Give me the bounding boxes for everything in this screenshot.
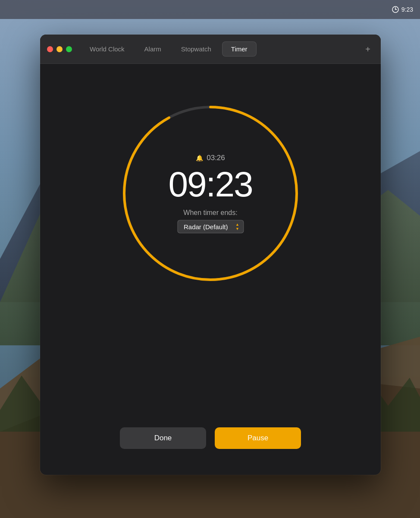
menu-bar: 9:23 bbox=[0, 0, 420, 19]
tab-stopwatch[interactable]: Stopwatch bbox=[172, 41, 220, 57]
tab-bar: World Clock Alarm Stopwatch Timer bbox=[81, 41, 362, 57]
pause-button[interactable]: Pause bbox=[215, 427, 301, 449]
timer-center-content: 🔔 03:26 09:23 When timer ends: Radar (De… bbox=[168, 154, 252, 234]
done-button[interactable]: Done bbox=[120, 427, 206, 449]
tab-world-clock[interactable]: World Clock bbox=[81, 41, 134, 57]
timer-alarm-row: 🔔 03:26 bbox=[196, 154, 225, 162]
sound-select[interactable]: Radar (Default) Apex Beacon Bulletin By … bbox=[177, 220, 244, 234]
menu-bar-time: 9:23 bbox=[392, 6, 413, 13]
timer-ends-label: When timer ends: bbox=[183, 209, 237, 217]
add-timer-button[interactable]: + bbox=[362, 43, 374, 55]
close-button[interactable] bbox=[47, 46, 53, 52]
menu-bar-time-text: 9:23 bbox=[401, 6, 413, 13]
timer-end-time: 03:26 bbox=[207, 154, 225, 162]
tab-alarm[interactable]: Alarm bbox=[135, 41, 170, 57]
clock-menu-icon bbox=[392, 6, 399, 13]
timer-display[interactable]: 09:23 bbox=[168, 167, 252, 202]
minimize-button[interactable] bbox=[56, 46, 63, 52]
tab-timer[interactable]: Timer bbox=[222, 41, 257, 57]
sound-select-container: When timer ends: Radar (Default) Apex Be… bbox=[177, 209, 244, 234]
bottom-buttons: Done Pause bbox=[57, 427, 364, 449]
title-bar: World Clock Alarm Stopwatch Timer + bbox=[40, 35, 381, 64]
timer-circle-container: 🔔 03:26 09:23 When timer ends: Radar (De… bbox=[116, 98, 305, 288]
sound-select-wrapper[interactable]: Radar (Default) Apex Beacon Bulletin By … bbox=[177, 220, 244, 234]
timer-main-content: 🔔 03:26 09:23 When timer ends: Radar (De… bbox=[40, 64, 381, 475]
maximize-button[interactable] bbox=[66, 46, 72, 52]
traffic-lights bbox=[47, 46, 72, 52]
app-window: World Clock Alarm Stopwatch Timer + bbox=[40, 35, 381, 475]
bell-icon: 🔔 bbox=[196, 155, 203, 161]
